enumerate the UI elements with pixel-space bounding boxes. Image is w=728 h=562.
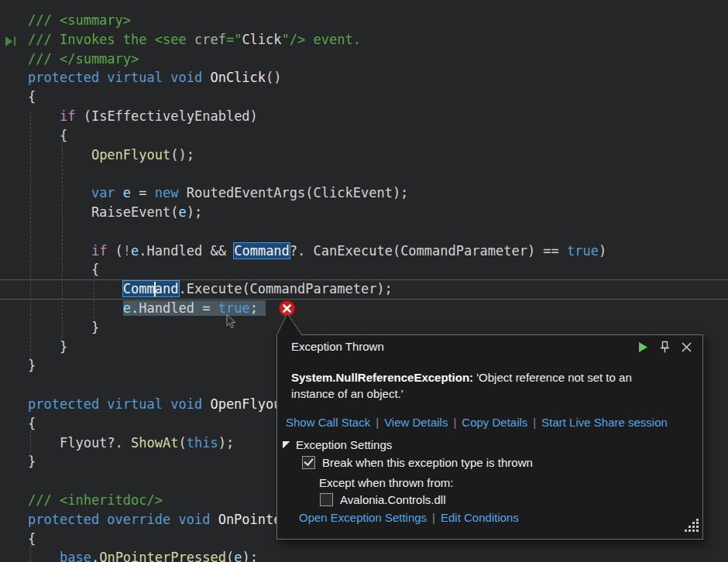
- continue-execution-icon[interactable]: [637, 341, 650, 354]
- indent-guide: [30, 546, 31, 562]
- break-when-thrown-checkbox[interactable]: [302, 456, 315, 469]
- exception-action-links: Show Call Stack|View Details|Copy Detail…: [286, 416, 668, 429]
- pin-icon[interactable]: [658, 341, 671, 354]
- code-line: base.OnPointerPressed(e);: [0, 548, 728, 562]
- open-exception-settings-link[interactable]: Open Exception Settings: [299, 511, 427, 524]
- exception-message: System.NullReferenceException: 'Object r…: [291, 369, 668, 402]
- copy-details-link[interactable]: Copy Details: [462, 416, 527, 429]
- view-details-link[interactable]: View Details: [384, 416, 448, 429]
- code-line: if (IsEffectivelyEnabled): [0, 107, 728, 126]
- code-line: var e = new RoutedEventArgs(ClickEvent);: [0, 183, 728, 203]
- code-line: protected virtual void OnClick(): [0, 68, 728, 87]
- edit-conditions-link[interactable]: Edit Conditions: [441, 511, 519, 524]
- mouse-cursor: [226, 314, 239, 333]
- code-line: e.Handled = true;: [0, 299, 728, 318]
- code-line: OpenFlyout();: [0, 146, 728, 165]
- code-line: Command.Execute(CommandParameter);: [0, 279, 728, 299]
- exception-settings-expander[interactable]: Exception Settings: [283, 438, 392, 451]
- popup-callout-pointer: [271, 308, 318, 342]
- indent-guide: [62, 142, 63, 338]
- indent-guide: [94, 272, 94, 318]
- code-line: {: [0, 87, 728, 107]
- close-icon[interactable]: [680, 341, 693, 354]
- code-line: /// </summary>: [0, 50, 728, 69]
- module-label: Avalonia.Controls.dll: [340, 493, 445, 506]
- code-line: [0, 222, 728, 242]
- code-line: /// Invokes the <see cref="Click"/> even…: [0, 30, 728, 50]
- run-to-cursor-icon[interactable]: [4, 36, 18, 47]
- code-line: [0, 164, 728, 183]
- module-exclude-checkbox[interactable]: [320, 493, 333, 506]
- break-when-thrown-label: Break when this exception type is thrown: [322, 456, 533, 469]
- current-line-border: [0, 279, 728, 280]
- code-line: {: [0, 260, 728, 279]
- exception-settings-links: Open Exception Settings|Edit Conditions: [299, 511, 519, 524]
- exception-type: System.NullReferenceException:: [291, 371, 473, 384]
- start-live-share-link[interactable]: Start Live Share session: [541, 416, 668, 429]
- expander-triangle-icon: [283, 441, 290, 449]
- code-line: RaiseEvent(e);: [0, 203, 728, 222]
- indent-guide: [30, 431, 31, 456]
- exception-thrown-popup: Exception Thrown System.NullReferenceExc…: [276, 334, 703, 540]
- show-call-stack-link[interactable]: Show Call Stack: [286, 416, 370, 429]
- indent-guide: [30, 111, 31, 359]
- except-when-thrown-label: Except when thrown from:: [319, 476, 453, 489]
- resize-grip[interactable]: [685, 519, 699, 535]
- current-line-border: [0, 299, 728, 300]
- code-line: if (!e.Handled && Command?. CanExecute(C…: [0, 242, 728, 261]
- code-line: {: [0, 126, 728, 146]
- code-line: /// <summary>: [0, 11, 728, 30]
- exception-settings-label: Exception Settings: [296, 438, 392, 451]
